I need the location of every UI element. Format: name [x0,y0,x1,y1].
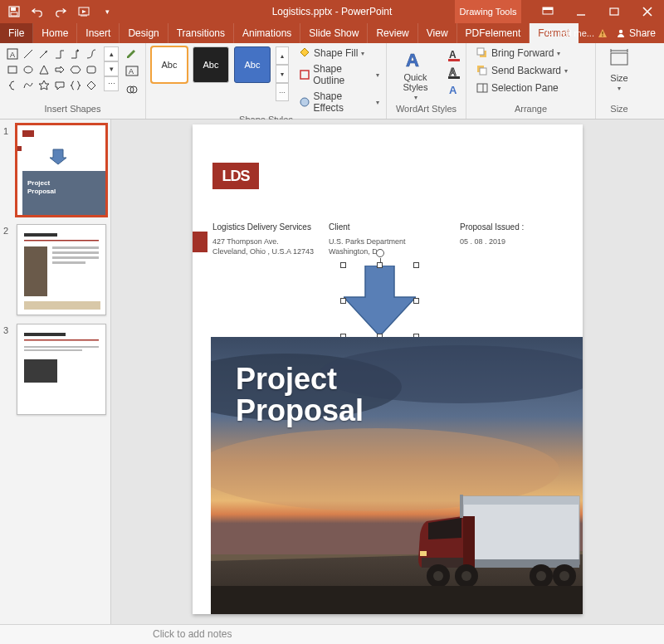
flowchart-shape-icon[interactable] [84,78,99,93]
slide[interactable]: LDS Logistics Delivery Services 427 Thom… [193,124,583,614]
svg-marker-28 [71,66,81,73]
resize-handle[interactable] [413,262,419,268]
textbox-shape-icon[interactable]: A [5,46,20,61]
edit-shape-icon[interactable] [125,46,139,60]
tab-pdfelement[interactable]: PDFelement [457,23,530,43]
maximize-icon[interactable] [598,0,631,23]
elbow-connector-icon[interactable] [52,46,67,61]
brace-shape-icon[interactable] [5,78,20,93]
style-gallery-up-icon[interactable]: ▴ [276,46,289,65]
oval-shape-icon[interactable] [21,62,36,77]
group-size: Size ▾ Size [596,43,642,119]
slide-thumbnail-1[interactable]: Project Proposal [17,124,106,216]
shape-style-black[interactable]: Abc [193,46,229,83]
save-icon[interactable] [8,6,20,17]
svg-marker-31 [87,81,95,90]
slide-red-marker [193,232,208,252]
bring-forward-button[interactable]: Bring Forward▾ [475,46,569,60]
size-button[interactable]: Size ▾ [604,46,634,94]
gallery-row-down-icon[interactable]: ▾ [104,61,119,76]
selected-arrow-shape[interactable] [344,266,416,336]
svg-rect-69 [24,339,99,341]
line-arrow-shape-icon[interactable] [37,46,51,61]
elbow-arrow-connector-icon[interactable] [68,46,83,61]
redo-icon[interactable] [55,6,66,17]
tab-transitions[interactable]: Transitions [168,23,234,43]
shape-style-blue[interactable]: Abc [234,46,271,83]
tab-animations[interactable]: Animations [234,23,300,43]
group-label-arrange: Arrange [471,104,590,117]
start-from-beginning-icon[interactable] [78,6,90,17]
minimize-icon[interactable] [564,0,598,23]
style-gallery-down-icon[interactable]: ▾ [276,65,289,83]
rounded-rect-shape-icon[interactable] [84,62,99,77]
svg-rect-29 [87,66,95,73]
curve-connector-icon[interactable] [84,46,99,61]
tab-home[interactable]: Home [33,23,77,43]
style-gallery-expand-icon[interactable]: ⋯ [276,83,289,101]
warning-icon [598,28,608,38]
selection-pane-button[interactable]: Selection Pane [475,81,569,95]
qat-more-icon[interactable]: ▾ [101,6,113,17]
ribbon-display-options-icon[interactable] [531,0,564,23]
tab-insert[interactable]: Insert [77,23,120,43]
slide-thumbnail-panel[interactable]: 1 Project Proposal 2 [0,120,111,624]
text-outline-icon[interactable]: A [447,66,461,79]
line-shape-icon[interactable] [21,46,36,61]
gallery-row-up-icon[interactable]: ▴ [104,46,119,61]
shape-outline-button[interactable]: Shape Outline▾ [297,62,381,87]
hexagon-shape-icon[interactable] [68,62,83,77]
text-fill-icon[interactable]: A [447,48,461,61]
svg-rect-9 [610,8,618,15]
slide-thumbnail-3[interactable] [17,324,106,415]
shape-effects-button[interactable]: Shape Effects▾ [297,90,381,115]
slide-logo: LDS [212,163,259,189]
resize-handle[interactable] [377,262,383,268]
tell-me-search[interactable]: Tell me... [544,28,608,38]
tab-design[interactable]: Design [120,23,168,43]
gallery-expand-icon[interactable]: ⋯ [104,76,119,91]
triangle-shape-icon[interactable] [37,62,51,77]
shape-effects-icon [299,96,310,108]
quick-styles-icon: A [404,48,427,71]
tab-slideshow[interactable]: Slide Show [300,23,368,43]
freeform-shape-icon[interactable] [21,78,36,93]
double-brace-shape-icon[interactable] [68,78,83,93]
star-shape-icon[interactable] [37,78,51,93]
shape-style-gallery[interactable]: Abc Abc Abc [151,46,271,83]
tab-view[interactable]: View [418,23,457,43]
resize-handle[interactable] [340,262,346,268]
tab-file[interactable]: File [0,23,33,43]
undo-icon[interactable] [32,6,43,17]
merge-shapes-icon[interactable] [125,83,139,96]
thumb-number: 3 [3,324,13,415]
svg-marker-56 [50,149,66,164]
text-effects-icon[interactable]: A [447,83,461,96]
quick-styles-button[interactable]: A Quick Styles ▾ [392,46,439,103]
right-arrow-shape-icon[interactable] [52,62,67,77]
rectangle-shape-icon[interactable] [5,62,20,77]
slide-col3: Proposal Issued : 05 . 08 . 2019 [460,222,524,246]
close-icon[interactable] [631,0,664,23]
svg-marker-26 [40,66,48,74]
svg-rect-65 [52,256,99,259]
svg-text:Proposal: Proposal [27,188,56,195]
rotation-handle-icon[interactable] [376,249,384,257]
bring-forward-icon [476,47,488,59]
send-backward-button[interactable]: Send Backward▾ [475,64,569,77]
slide-thumbnail-2[interactable] [17,224,106,315]
shape-style-white[interactable]: Abc [151,46,188,83]
slide-canvas[interactable]: LDS Logistics Delivery Services 427 Thom… [111,120,664,624]
resize-handle[interactable] [340,298,346,304]
tab-review[interactable]: Review [368,23,417,43]
svg-rect-50 [611,53,627,65]
callout-shape-icon[interactable] [52,78,67,93]
svg-text:Project: Project [27,179,50,187]
shape-gallery[interactable]: A [5,46,99,93]
share-button[interactable]: Share [611,27,661,39]
notes-pane[interactable]: Click to add notes [0,624,664,644]
resize-handle[interactable] [413,298,419,304]
shape-fill-button[interactable]: Shape Fill▾ [297,46,381,60]
text-box-icon[interactable]: A [125,65,139,78]
svg-rect-36 [300,71,309,79]
